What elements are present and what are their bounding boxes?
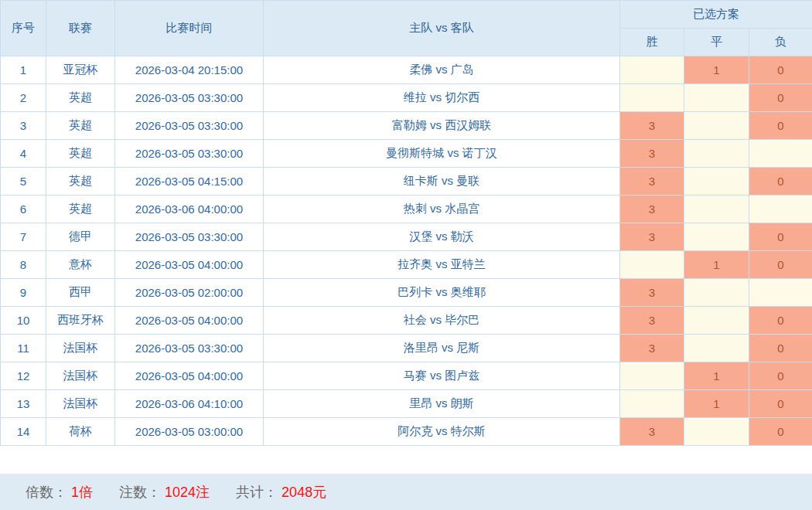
bet-summary-bar: 倍数： 1倍 注数： 1024注 共计： 2048元 [0,474,812,510]
league-cell: 西班牙杯 [46,307,115,335]
lose-pick-cell[interactable]: 0 [749,362,812,390]
match-time-cell: 2026-03-06 04:00:00 [115,196,264,223]
win-pick-cell[interactable] [620,251,684,279]
match-teams-cell: 柔佛 vs 广岛 [264,56,620,84]
total-amount-group: 共计： 2048元 [236,483,326,502]
col-header-win: 胜 [620,29,684,56]
lose-pick-cell[interactable]: 0 [749,223,812,251]
match-teams-cell: 巴列卡 vs 奥维耶 [264,279,620,307]
lose-pick-cell[interactable]: 0 [749,418,812,446]
match-teams-cell: 里昂 vs 朗斯 [264,390,620,418]
match-teams-cell: 阿尔克 vs 特尔斯 [264,418,620,446]
betting-table: 序号 联赛 比赛时间 主队 vs 客队 已选方案 胜 平 负 1亚冠杯2026-… [0,0,812,446]
league-cell: 法国杯 [46,362,115,390]
league-cell: 西甲 [46,279,115,307]
lose-pick-cell[interactable]: 0 [749,112,812,140]
draw-pick-cell[interactable] [684,223,749,251]
league-cell: 法国杯 [46,390,115,418]
league-cell: 英超 [46,84,115,112]
league-cell: 英超 [46,140,115,168]
match-time-cell: 2026-03-05 04:00:00 [115,251,264,279]
win-pick-cell[interactable]: 3 [620,223,684,251]
serial-cell: 8 [1,251,46,279]
serial-cell: 10 [1,307,46,335]
table-row: 11法国杯2026-03-05 03:30:00洛里昂 vs 尼斯30 [1,335,812,362]
serial-cell: 13 [1,390,46,418]
table-row: 9西甲2026-03-05 02:00:00巴列卡 vs 奥维耶3 [1,279,812,307]
lose-pick-cell[interactable] [749,279,812,307]
serial-cell: 9 [1,279,46,307]
win-pick-cell[interactable]: 3 [620,196,684,223]
match-teams-cell: 马赛 vs 图卢兹 [264,362,620,390]
multiple-group: 倍数： 1倍 [26,483,93,502]
lose-pick-cell[interactable]: 0 [749,84,812,112]
match-teams-cell: 热刺 vs 水晶宫 [264,196,620,223]
table-row: 4英超2026-03-05 03:30:00曼彻斯特城 vs 诺丁汉3 [1,140,812,168]
table-row: 1亚冠杯2026-03-04 20:15:00柔佛 vs 广岛10 [1,56,812,84]
serial-cell: 14 [1,418,46,446]
multiple-label: 倍数： [26,484,67,500]
win-pick-cell[interactable] [620,362,684,390]
league-cell: 亚冠杯 [46,56,115,84]
league-cell: 英超 [46,168,115,196]
bets-count-group: 注数： 1024注 [119,483,210,502]
serial-cell: 5 [1,168,46,196]
win-pick-cell[interactable]: 3 [620,140,684,168]
draw-pick-cell[interactable] [684,307,749,335]
draw-pick-cell[interactable] [684,418,749,446]
draw-pick-cell[interactable]: 1 [684,56,749,84]
draw-pick-cell[interactable] [684,279,749,307]
lose-pick-cell[interactable]: 0 [749,335,812,362]
serial-cell: 11 [1,335,46,362]
lose-pick-cell[interactable]: 0 [749,390,812,418]
serial-cell: 12 [1,362,46,390]
table-row: 7德甲2026-03-05 03:30:00汉堡 vs 勒沃30 [1,223,812,251]
draw-pick-cell[interactable] [684,196,749,223]
table-row: 12法国杯2026-03-05 04:00:00马赛 vs 图卢兹10 [1,362,812,390]
league-cell: 英超 [46,112,115,140]
draw-pick-cell[interactable] [684,168,749,196]
league-cell: 英超 [46,196,115,223]
win-pick-cell[interactable]: 3 [620,335,684,362]
lose-pick-cell[interactable] [749,196,812,223]
table-row: 3英超2026-03-05 03:30:00富勒姆 vs 西汉姆联30 [1,112,812,140]
win-pick-cell[interactable]: 3 [620,112,684,140]
draw-pick-cell[interactable]: 1 [684,251,749,279]
league-cell: 意杯 [46,251,115,279]
lose-pick-cell[interactable]: 0 [749,307,812,335]
multiple-value: 1倍 [71,484,93,500]
serial-cell: 7 [1,223,46,251]
serial-cell: 6 [1,196,46,223]
lose-pick-cell[interactable]: 0 [749,168,812,196]
lose-pick-cell[interactable]: 0 [749,251,812,279]
table-row: 5英超2026-03-05 04:15:00纽卡斯 vs 曼联30 [1,168,812,196]
match-teams-cell: 维拉 vs 切尔西 [264,84,620,112]
win-pick-cell[interactable] [620,84,684,112]
match-time-cell: 2026-03-05 02:00:00 [115,279,264,307]
total-amount-label: 共计： [236,484,278,500]
win-pick-cell[interactable]: 3 [620,418,684,446]
win-pick-cell[interactable]: 3 [620,307,684,335]
table-body: 1亚冠杯2026-03-04 20:15:00柔佛 vs 广岛102英超2026… [1,56,812,446]
col-header-selected-plan: 已选方案 [620,1,812,29]
win-pick-cell[interactable]: 3 [620,168,684,196]
draw-pick-cell[interactable] [684,335,749,362]
win-pick-cell[interactable] [620,390,684,418]
match-time-cell: 2026-03-05 03:30:00 [115,223,264,251]
draw-pick-cell[interactable] [684,112,749,140]
lose-pick-cell[interactable] [749,140,812,168]
draw-pick-cell[interactable]: 1 [684,362,749,390]
match-time-cell: 2026-03-04 20:15:00 [115,56,264,84]
league-cell: 德甲 [46,223,115,251]
lose-pick-cell[interactable]: 0 [749,56,812,84]
serial-cell: 2 [1,84,46,112]
match-teams-cell: 曼彻斯特城 vs 诺丁汉 [264,140,620,168]
draw-pick-cell[interactable]: 1 [684,390,749,418]
bets-count-value: 1024注 [165,484,210,500]
draw-pick-cell[interactable] [684,84,749,112]
table-row: 8意杯2026-03-05 04:00:00拉齐奥 vs 亚特兰10 [1,251,812,279]
match-teams-cell: 洛里昂 vs 尼斯 [264,335,620,362]
win-pick-cell[interactable] [620,56,684,84]
win-pick-cell[interactable]: 3 [620,279,684,307]
draw-pick-cell[interactable] [684,140,749,168]
